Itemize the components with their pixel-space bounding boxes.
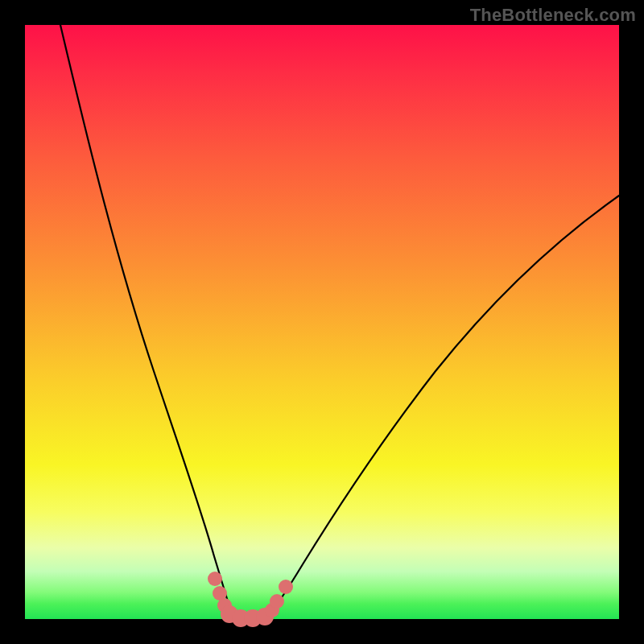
svg-point-8 (270, 594, 284, 609)
curves-svg (25, 25, 619, 619)
curve-left (60, 25, 233, 617)
watermark-text: TheBottleneck.com (470, 5, 636, 26)
chart-stage: TheBottleneck.com (0, 0, 644, 644)
svg-point-9 (279, 580, 293, 594)
svg-point-0 (208, 572, 222, 586)
curve-right (266, 196, 619, 617)
plot-area (25, 25, 619, 619)
trough-markers (208, 572, 293, 627)
